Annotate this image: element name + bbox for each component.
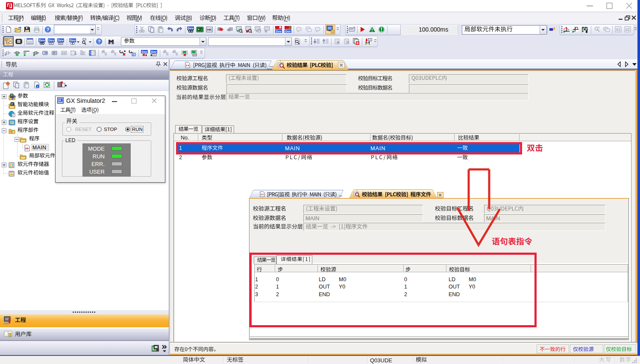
svg-text:≤2: ≤2: [625, 27, 630, 32]
svg-text:Dev: Dev: [285, 30, 291, 33]
svg-text:HK: HK: [207, 28, 212, 32]
svg-text:?: ?: [47, 27, 50, 32]
svg-text:Dev: Dev: [276, 30, 282, 33]
svg-text:i: i: [37, 85, 38, 88]
svg-text:>: >: [200, 29, 202, 31]
svg-text:?: ?: [98, 39, 101, 44]
svg-text:Dev: Dev: [39, 38, 45, 42]
svg-text:≤1: ≤1: [616, 27, 620, 32]
svg-text:HK: HK: [62, 52, 66, 55]
svg-text:Dev: Dev: [58, 38, 64, 42]
svg-text:Dev: Dev: [142, 50, 147, 53]
svg-text:Dev: Dev: [48, 38, 55, 42]
svg-text:Dev: Dev: [188, 26, 194, 30]
svg-text:Dev: Dev: [70, 38, 76, 42]
svg-text:Dev: Dev: [151, 50, 157, 53]
